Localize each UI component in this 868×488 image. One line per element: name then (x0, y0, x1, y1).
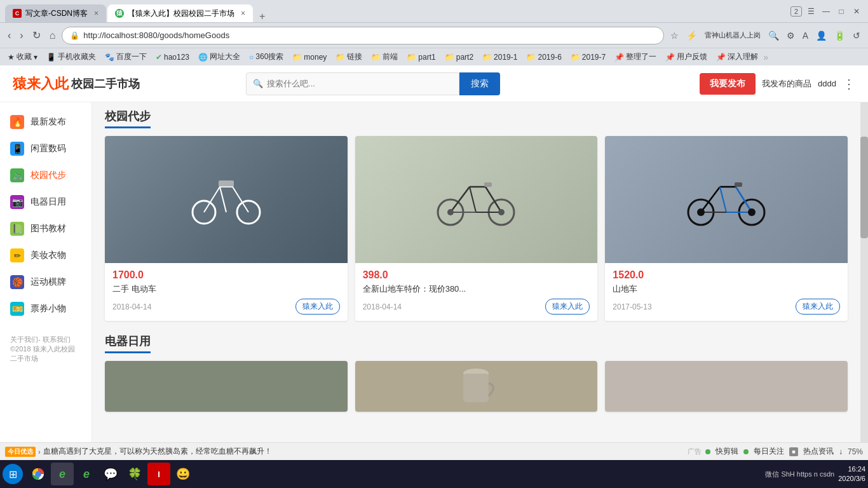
more-bookmarks-icon[interactable]: » (763, 52, 768, 62)
sidebar-item-books[interactable]: 📗 图书教材 (0, 215, 92, 242)
maximize-button[interactable]: □ (835, 5, 848, 18)
bookmark-deepunderstand[interactable]: 📌 深入理解 (712, 50, 762, 64)
sidebar-label-transport: 校园代步 (31, 170, 66, 181)
address-bar[interactable]: 🔒 http://localhost:8080/goods/homeGoods (62, 27, 663, 44)
product-card-p6[interactable] (605, 361, 848, 412)
folder-icon-frontend: 📁 (371, 53, 381, 62)
search-button[interactable]: 搜索 (459, 72, 500, 95)
bookmark-2019-1[interactable]: 📁 2019-1 (478, 51, 521, 64)
taskbar-wechat[interactable]: 💬 (99, 463, 122, 485)
nav-bar: ‹ › ↻ ⌂ 🔒 http://localhost:8080/goods/ho… (0, 22, 868, 48)
product-card-p5[interactable] (355, 361, 598, 412)
search-engine-label[interactable]: 雷神山机器人上岗 (702, 28, 763, 43)
product-image-p4 (105, 361, 348, 412)
bookmark-wangzhi-label: 网址大全 (210, 51, 240, 62)
bookmark-hao123[interactable]: ✔ hao123 (152, 51, 193, 64)
undo-icon[interactable]: ↺ (850, 28, 863, 43)
bookmark-baidu[interactable]: 🐾 百度一下 (101, 50, 151, 64)
sidebar-item-appliance[interactable]: 📷 电器日用 (0, 189, 92, 215)
sidebar-label-clothes: 美妆衣物 (31, 250, 66, 261)
translate-icon[interactable]: A (800, 28, 811, 43)
hot-news-label[interactable]: 热点资讯 (803, 446, 834, 457)
product-card-p3[interactable]: 1520.0 山地车 2017-05-13 猿来入此 (605, 136, 848, 321)
ssl-icon: 🔒 (70, 31, 79, 40)
detail-button-p1[interactable]: 猿来入此 (295, 299, 340, 315)
reload-button[interactable]: ↻ (30, 27, 43, 44)
sidebar-item-tickets[interactable]: 🎫 票券小物 (0, 295, 92, 322)
tab-close-yuanlairuchi[interactable]: × (241, 9, 245, 18)
sidebar-item-clothes[interactable]: ✏ 美妆衣物 (0, 242, 92, 269)
status-dot2 (743, 449, 749, 454)
home-button[interactable]: ⌂ (47, 27, 58, 44)
tab-csdn[interactable]: C 写文章-CSDN博客 × (5, 4, 106, 22)
camera-icon: 📷 (10, 195, 24, 209)
taskbar-app7[interactable]: 😀 (172, 463, 194, 485)
extension3-icon[interactable]: 🔋 (832, 28, 848, 43)
svg-rect-26 (463, 374, 489, 402)
detail-button-p3[interactable]: 猿来入此 (796, 299, 840, 315)
product-card-p4[interactable] (105, 361, 348, 412)
sidebar-item-sports[interactable]: 🏀 运动棋牌 (0, 269, 92, 295)
search-wrapper: 🔍 (246, 72, 459, 95)
taskbar-360[interactable]: e (75, 463, 98, 485)
folder-icon-lianjie: 📁 (336, 53, 345, 62)
bookmark-zhengli[interactable]: 📌 整理了一 (611, 50, 660, 64)
news-link[interactable]: 广告 (688, 447, 702, 456)
bookmark-frontend[interactable]: 📁 前端 (367, 50, 402, 64)
my-goods-button[interactable]: 我发布的商品 (762, 78, 811, 90)
search-nav-icon[interactable]: 🔍 (766, 28, 782, 43)
daily-focus-label[interactable]: 每日关注 (754, 446, 784, 457)
tab-close-csdn[interactable]: × (94, 9, 98, 18)
bookmark-wangzhi[interactable]: 🌐 网址大全 (194, 50, 244, 64)
product-card-p1[interactable]: 1700.0 二手 电动车 2018-04-14 猿来入此 (105, 136, 348, 321)
taskbar-clover[interactable]: 🍀 (123, 463, 146, 485)
bookmark-2019-6[interactable]: 📁 2019-6 (522, 51, 565, 64)
bookmark-feedback[interactable]: 📌 用户反馈 (661, 50, 711, 64)
sidebar-item-transport[interactable]: 🚲 校园代步 (0, 162, 92, 189)
back-button[interactable]: ‹ (5, 27, 13, 44)
product-price-p2: 398.0 (363, 269, 590, 281)
product-date-p3: 2017-05-13 (613, 302, 651, 311)
bookmark-2019-7[interactable]: 📁 2019-7 (567, 51, 609, 64)
bookmark-part1[interactable]: 📁 part1 (403, 51, 439, 64)
start-button[interactable]: ⊞ (3, 464, 23, 484)
extension2-icon[interactable]: ⚙ (784, 28, 797, 43)
new-tab-button[interactable]: + (254, 11, 270, 22)
bookmark-360-label: 360搜索 (255, 51, 283, 62)
bookmark-icon[interactable]: ☆ (668, 28, 681, 43)
taskbar-idea[interactable]: I (147, 463, 170, 485)
extension1-icon[interactable]: ⚡ (684, 28, 700, 43)
bookmark-collections[interactable]: ★ 收藏 ▾ (4, 50, 41, 64)
quick-clip-label[interactable]: 快剪辑 (715, 446, 738, 457)
close-button[interactable]: ✕ (850, 5, 863, 18)
book-icon: 📗 (10, 222, 24, 236)
taskbar-chrome[interactable] (27, 463, 50, 485)
sidebar-item-digital[interactable]: 📱 闲置数码 (0, 135, 92, 162)
browser-menu-button[interactable]: ☰ (804, 5, 817, 18)
download-icon[interactable]: ↓ (839, 447, 843, 456)
sidebar-item-latest[interactable]: 🔥 最新发布 (0, 109, 92, 135)
sidebar-label-books: 图书教材 (31, 223, 66, 234)
bookmark-label: 收藏 (17, 51, 32, 62)
bookmark-360[interactable]: ○ 360搜索 (245, 50, 287, 64)
minimize-button[interactable]: — (820, 5, 832, 18)
product-card-p2[interactable]: 398.0 全新山地车特价：现价380... 2018-04-14 猿来入此 (355, 136, 598, 321)
publish-button[interactable]: 我要发布 (700, 73, 756, 95)
user-icon[interactable]: 👤 (813, 28, 829, 43)
scrollbar[interactable] (860, 102, 868, 442)
bookmark-lianjie[interactable]: 📁 链接 (332, 50, 366, 64)
more-menu-button[interactable]: ⋮ (843, 76, 855, 92)
bookmark-mobile[interactable]: 📱 手机收藏夹 (43, 50, 100, 64)
bookmark-part2[interactable]: 📁 part2 (441, 51, 477, 64)
mountain-bike-svg (435, 171, 517, 228)
360-icon: ○ (249, 53, 254, 62)
svg-point-12 (447, 209, 454, 215)
tab-yuanlairuchi[interactable]: 猿 【猿来入此】校园校园二手市场 × (107, 4, 253, 22)
taskbar-ie[interactable]: e (51, 463, 74, 485)
title-bar: C 写文章-CSDN博客 × 猿 【猿来入此】校园校园二手市场 × + 2 ☰ … (0, 0, 868, 22)
detail-button-p2[interactable]: 猿来入此 (545, 299, 590, 315)
bookmark-money[interactable]: 📁 money (288, 51, 330, 64)
search-input[interactable] (267, 79, 452, 88)
scrollbar-thumb[interactable] (860, 137, 868, 239)
forward-button[interactable]: › (17, 27, 25, 44)
